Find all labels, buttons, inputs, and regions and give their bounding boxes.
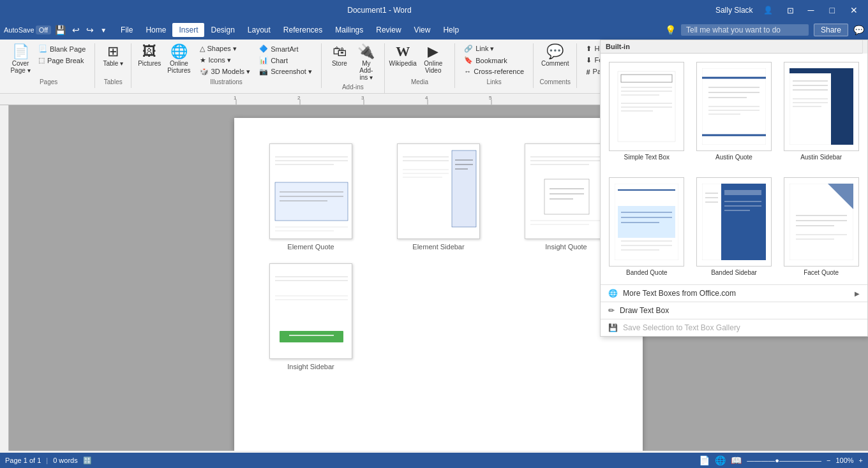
my-addins-icon: 🔌 <box>357 45 375 59</box>
cross-reference-button[interactable]: ↔ Cross-reference <box>460 66 528 77</box>
cover-page-button[interactable]: 📄 Cover Page ▾ <box>8 43 33 75</box>
account-icon: 👤 <box>763 6 773 15</box>
blank-page-button[interactable]: 📃 Blank Page <box>34 43 89 54</box>
comment-button[interactable]: 💬 Comment <box>539 43 571 68</box>
left-ruler <box>0 105 9 451</box>
bookmark-button[interactable]: 🔖 Bookmark <box>460 55 528 66</box>
share-button[interactable]: Share <box>814 24 848 36</box>
draw-text-box-item[interactable]: ✏ Draw Text Box <box>601 302 867 319</box>
customize-quick-access[interactable]: ▼ <box>98 26 109 35</box>
redo-quick-btn[interactable]: ↪ <box>84 24 96 36</box>
svg-rect-66 <box>275 182 348 221</box>
insight-sidebar-thumb[interactable]: Insight Sidebar <box>253 263 368 370</box>
online-pictures-button[interactable]: 🌐 Online Pictures <box>163 43 194 75</box>
cross-reference-label: Cross-reference <box>474 68 524 75</box>
store-button[interactable]: 🛍 Store <box>327 43 352 68</box>
menu-mailings[interactable]: Mailings <box>329 23 370 37</box>
austin-quote-thumb <box>696 62 772 151</box>
quick-access-toolbar: AutoSave Off 💾 ↩ ↪ ▼ <box>4 24 109 36</box>
element-quote-thumb[interactable]: Element Quote <box>253 143 368 251</box>
ribbon-group-pages: 📄 Cover Page ▾ 📃 Blank Page ⬚ Page Break… <box>3 43 95 88</box>
element-sidebar-thumb[interactable]: Element Sidebar <box>381 143 496 251</box>
comment-toggle-icon[interactable]: 💬 <box>853 25 864 35</box>
page-break-button[interactable]: ⬚ Page Break <box>34 55 89 66</box>
links-group-label: Links <box>460 77 528 85</box>
online-video-button[interactable]: ▶ Online Video <box>417 43 449 75</box>
svg-text:3: 3 <box>361 95 364 101</box>
menu-bar: File Home Insert Design Layout Reference… <box>114 23 465 37</box>
icons-button[interactable]: ★ Icons ▾ <box>196 55 255 66</box>
facet-quote-thumb <box>784 177 859 267</box>
undo-quick-btn[interactable]: ↩ <box>70 24 82 36</box>
chart-icon: 📊 <box>259 56 268 64</box>
link-button[interactable]: 🔗 Link ▾ <box>460 43 528 54</box>
shapes-button[interactable]: △ Shapes ▾ <box>196 43 255 54</box>
austin-sidebar-label: Austin Sidebar <box>800 154 842 161</box>
banded-quote-item[interactable]: Banded Quote <box>606 174 688 279</box>
blank-page-label: Blank Page <box>50 45 86 53</box>
menu-insert[interactable]: Insert <box>172 23 204 37</box>
maximize-button[interactable]: □ <box>825 0 840 20</box>
simple-text-box-item[interactable]: Simple Text Box <box>606 59 688 164</box>
austin-quote-label: Austin Quote <box>715 154 752 161</box>
menu-help[interactable]: Help <box>437 23 465 37</box>
my-addins-button[interactable]: 🔌 My Add-ins ▾ <box>354 43 379 82</box>
austin-quote-item[interactable]: Austin Quote <box>693 59 775 164</box>
menu-home[interactable]: Home <box>139 23 172 37</box>
close-button[interactable]: ✕ <box>845 0 863 20</box>
minimize-button[interactable]: ─ <box>803 0 819 20</box>
pictures-button[interactable]: 🖼 Pictures <box>137 43 162 68</box>
wikipedia-icon: W <box>396 45 410 59</box>
chart-label: Chart <box>271 57 288 64</box>
dropdown-header: Built-in <box>601 40 867 54</box>
element-sidebar-label: Element Sidebar <box>412 243 464 251</box>
addins-group-label: Add-ins <box>327 82 379 91</box>
autosave-toggle[interactable]: Off <box>36 26 51 34</box>
screenshot-button[interactable]: 📷 Screenshot ▾ <box>255 66 316 77</box>
smartart-button[interactable]: 🔷 SmartArt <box>255 43 316 54</box>
banded-sidebar-item[interactable]: Banded Sidebar <box>693 174 775 279</box>
menu-review[interactable]: Review <box>370 23 407 37</box>
ribbon-display-icon[interactable]: ⊡ <box>783 6 798 15</box>
my-addins-label: My Add-ins ▾ <box>356 60 377 81</box>
chart-button[interactable]: 📊 Chart <box>255 55 316 66</box>
banded-quote-label: Banded Quote <box>626 269 668 276</box>
save-quick-btn[interactable]: 💾 <box>52 24 68 36</box>
svg-rect-51 <box>172 94 619 105</box>
online-video-icon: ▶ <box>428 45 438 59</box>
austin-sidebar-thumb <box>784 62 859 151</box>
tables-group-label: Tables <box>100 77 126 85</box>
icons-icon: ★ <box>200 56 206 64</box>
tell-me-input[interactable] <box>681 24 809 36</box>
ribbon-group-addins: 🛍 Store 🔌 My Add-ins ▾ Add-ins <box>322 43 385 93</box>
insight-quote-label: Insight Quote <box>545 243 587 251</box>
page-number-icon: # <box>586 68 590 76</box>
shapes-label: Shapes ▾ <box>207 45 237 53</box>
svg-text:5: 5 <box>489 95 492 101</box>
document-page[interactable]: Element Quote <box>234 118 643 451</box>
3d-models-button[interactable]: 🎲 3D Models ▾ <box>196 66 255 77</box>
table-button[interactable]: ⊞ Table ▾ <box>100 43 126 68</box>
svg-rect-18 <box>831 68 853 145</box>
svg-rect-27 <box>618 206 675 238</box>
blank-page-icon: 📃 <box>38 45 47 53</box>
svg-rect-82 <box>525 144 608 239</box>
facet-quote-item[interactable]: Facet Quote <box>780 174 862 279</box>
menu-file[interactable]: File <box>114 23 139 37</box>
more-text-boxes-item[interactable]: 🌐 More Text Boxes from Office.com <box>601 284 867 302</box>
menu-layout[interactable]: Layout <box>241 23 277 37</box>
bookmark-label: Bookmark <box>475 57 507 64</box>
wikipedia-button[interactable]: W Wikipedia <box>390 43 416 68</box>
header-icon: ⬆ <box>586 45 592 53</box>
svg-rect-92 <box>270 264 352 359</box>
scrollbar[interactable] <box>862 40 867 54</box>
svg-rect-75 <box>452 150 476 227</box>
menu-references[interactable]: References <box>277 23 329 37</box>
austin-sidebar-item[interactable]: Austin Sidebar <box>780 59 862 164</box>
simple-text-box-thumb <box>609 62 684 151</box>
facet-quote-label: Facet Quote <box>804 269 839 276</box>
svg-rect-19 <box>789 68 853 73</box>
menu-design[interactable]: Design <box>204 23 241 37</box>
menu-view[interactable]: View <box>408 23 437 37</box>
smartart-icon: 🔷 <box>259 45 268 53</box>
